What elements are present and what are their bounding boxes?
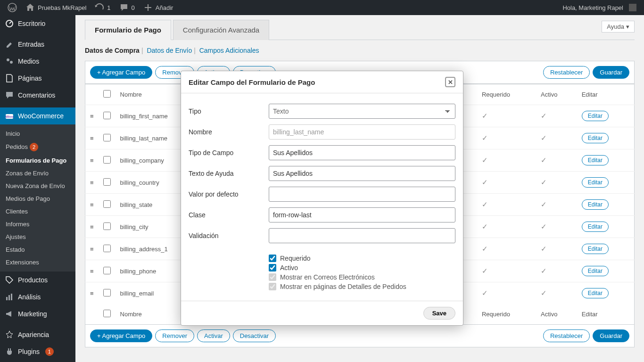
chk-show-order <box>269 283 276 290</box>
modal-title: Editar Campo del Formulario de Pago <box>189 78 315 86</box>
edit-field-modal: Editar Campo del Formulario de Pago ✕ Ti… <box>181 71 463 326</box>
input-default[interactable] <box>269 187 455 202</box>
input-clase[interactable] <box>269 207 455 222</box>
chk-requerido[interactable] <box>269 255 276 262</box>
input-validacion[interactable] <box>269 228 455 243</box>
input-tipo-campo[interactable] <box>269 145 455 160</box>
label-tipo-campo: Tipo de Campo <box>189 149 269 156</box>
chk-show-email <box>269 273 276 281</box>
select-tipo[interactable]: Texto <box>269 104 455 119</box>
label-default: Valor por defecto <box>189 190 269 198</box>
chk-activo[interactable] <box>269 264 276 272</box>
label-nombre: Nombre <box>189 128 269 136</box>
label-ayuda: Texto de Ayuda <box>189 170 269 177</box>
label-clase: Clase <box>189 211 269 219</box>
modal-overlay: Editar Campo del Formulario de Pago ✕ Ti… <box>0 0 644 362</box>
label-tipo: Tipo <box>189 107 269 115</box>
close-icon[interactable]: ✕ <box>445 77 455 87</box>
input-ayuda[interactable] <box>269 166 455 181</box>
label-validacion: Validación <box>189 232 269 239</box>
modal-save-button[interactable]: Save <box>423 307 455 320</box>
input-nombre <box>269 124 455 140</box>
